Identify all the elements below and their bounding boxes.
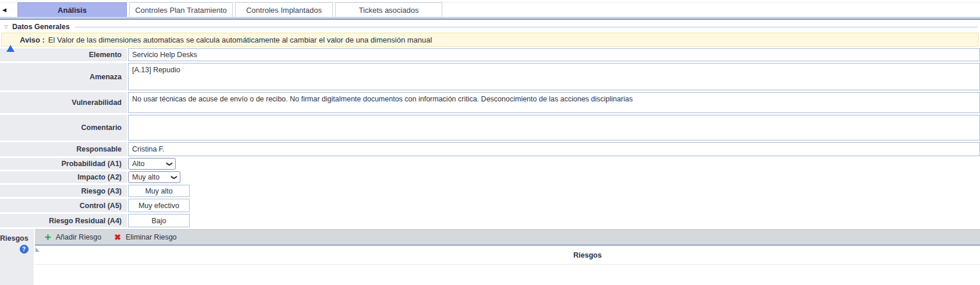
field-row-amenaza: Amenaza bbox=[0, 63, 980, 90]
tab-analisis[interactable]: Análisis bbox=[17, 2, 127, 17]
datos-generales-form: Elemento Amenaza Vulnerabilidad Comentar… bbox=[0, 48, 980, 285]
riesgos-table-header-row[interactable]: Riesgos bbox=[35, 246, 980, 265]
delete-riesgo-button-label: Eliminar Riesgo bbox=[126, 233, 177, 241]
section-header: ▽ Datos Generales bbox=[4, 22, 978, 31]
responsable-label: Responsable bbox=[0, 142, 127, 156]
warning-text: El Valor de las dimensiones automaticas … bbox=[48, 36, 432, 44]
control-label: Control (A5) bbox=[0, 199, 127, 212]
field-row-riesgo: Riesgo (A3) Muy alto bbox=[0, 185, 980, 197]
tab-tickets-asociados[interactable]: Tickets asociados bbox=[335, 2, 442, 17]
delete-riesgo-button[interactable]: ✖ Eliminar Riesgo bbox=[108, 230, 183, 244]
collapse-tabs-arrow-icon[interactable]: ◀ bbox=[0, 2, 17, 17]
tab-underline-band bbox=[0, 17, 980, 20]
tab-controles-implantados[interactable]: Controles Implantados bbox=[235, 2, 333, 17]
tab-strip: ◀ Análisis Controles Plan Tratamiento Co… bbox=[0, 2, 980, 17]
riesgo-residual-label: Riesgo Residual (A4) bbox=[0, 214, 127, 227]
field-row-elemento: Elemento bbox=[0, 48, 980, 61]
warning-banner: ! Aviso : El Valor de las dimensiones au… bbox=[1, 33, 979, 47]
chevron-down-icon: ❯ bbox=[171, 175, 177, 180]
field-row-probabilidad: Probabilidad (A1) Alto ❯ bbox=[0, 158, 980, 170]
probabilidad-selected-value: Alto bbox=[132, 160, 145, 168]
section-rule bbox=[75, 27, 978, 27]
field-row-riesgo-residual: Riesgo Residual (A4) Bajo bbox=[0, 214, 980, 227]
tab-label: Controles Implantados bbox=[246, 6, 322, 15]
vulnerabilidad-label: Vulnerabilidad bbox=[0, 92, 127, 113]
riesgos-table[interactable]: Riesgos bbox=[35, 246, 980, 285]
warning-label: Aviso : bbox=[20, 36, 45, 44]
amenaza-textarea[interactable] bbox=[128, 63, 980, 90]
riesgo-residual-value-box: Bajo bbox=[128, 214, 190, 227]
chevron-down-icon: ❯ bbox=[166, 161, 172, 166]
sort-corner-icon bbox=[35, 247, 40, 252]
comentario-label: Comentario bbox=[0, 115, 127, 140]
probabilidad-select[interactable]: Alto ❯ bbox=[128, 158, 176, 170]
field-row-vulnerabilidad: Vulnerabilidad bbox=[0, 92, 980, 113]
responsable-input[interactable] bbox=[128, 142, 980, 156]
field-row-impacto: Impacto (A2) Muy alto ❯ bbox=[0, 171, 980, 183]
amenaza-label: Amenaza bbox=[0, 63, 127, 90]
impacto-selected-value: Muy alto bbox=[132, 173, 159, 181]
tab-label: Controles Plan Tratamiento bbox=[135, 6, 227, 15]
impacto-select[interactable]: Muy alto ❯ bbox=[128, 171, 180, 183]
tab-label: Tickets asociados bbox=[359, 6, 419, 15]
vulnerabilidad-textarea[interactable] bbox=[128, 92, 980, 113]
add-riesgo-button-label: Añadir Riesgo bbox=[56, 233, 102, 241]
tab-label: Análisis bbox=[58, 6, 87, 15]
tab-controles-plan-tratamiento[interactable]: Controles Plan Tratamiento bbox=[129, 2, 233, 17]
risk-analysis-page: ◀ Análisis Controles Plan Tratamiento Co… bbox=[0, 0, 980, 285]
warning-triangle-icon: ! bbox=[6, 36, 15, 43]
field-row-comentario: Comentario bbox=[0, 115, 980, 140]
plus-icon: + bbox=[45, 231, 51, 242]
riesgos-toolbar: + Añadir Riesgo ✖ Eliminar Riesgo bbox=[35, 229, 980, 246]
probabilidad-label: Probabilidad (A1) bbox=[0, 158, 127, 170]
help-icon[interactable]: ? bbox=[20, 245, 29, 254]
comentario-textarea[interactable] bbox=[128, 115, 980, 140]
impacto-label: Impacto (A2) bbox=[0, 171, 127, 183]
riesgos-label: Riesgos bbox=[0, 234, 29, 242]
section-title: Datos Generales bbox=[12, 23, 70, 31]
field-row-control: Control (A5) Muy efectivo bbox=[0, 199, 980, 212]
section-collapse-triangle-icon[interactable]: ▽ bbox=[4, 24, 8, 30]
elemento-label: Elemento bbox=[0, 48, 127, 61]
delete-x-icon: ✖ bbox=[114, 233, 121, 241]
elemento-input[interactable] bbox=[128, 48, 980, 61]
control-value-box: Muy efectivo bbox=[128, 199, 190, 212]
add-riesgo-button[interactable]: + Añadir Riesgo bbox=[38, 230, 108, 244]
riesgo-label: Riesgo (A3) bbox=[0, 185, 127, 197]
field-row-riesgos: Riesgos ? + Añadir Riesgo ✖ Eliminar Rie… bbox=[0, 229, 980, 285]
field-row-responsable: Responsable bbox=[0, 142, 980, 156]
riesgos-column-header: Riesgos bbox=[573, 251, 602, 259]
riesgo-value-box: Muy alto bbox=[128, 185, 190, 197]
